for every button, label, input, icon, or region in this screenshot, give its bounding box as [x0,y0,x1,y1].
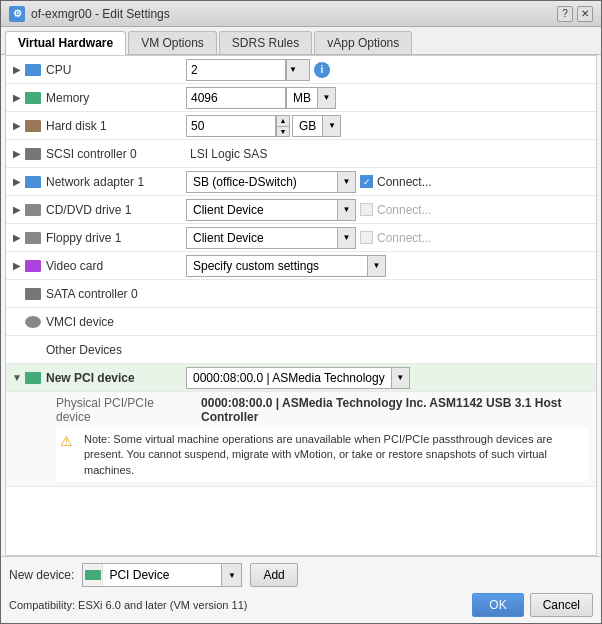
scsi-expand-icon[interactable]: ▶ [10,147,24,161]
scsi-icon [24,147,42,161]
hard-disk-unit-arrow[interactable]: ▼ [322,116,340,136]
pci-select-arrow[interactable]: ▼ [391,368,409,388]
vmci-label: VMCI device [46,315,186,329]
cpu-expand-icon[interactable]: ▶ [10,63,24,77]
tabs-bar: Virtual Hardware VM Options SDRS Rules v… [1,27,601,55]
window-title: of-exmgr00 - Edit Settings [31,7,170,21]
memory-icon [24,91,42,105]
hard-disk-expand-icon[interactable]: ▶ [10,119,24,133]
other-label: Other Devices [46,343,186,357]
other-icon [24,343,42,357]
network-connect-label: Connect... [377,175,432,189]
pci-select-controls: 0000:08:00.0 | ASMedia Technology ▼ [186,367,592,389]
cd-icon [24,203,42,217]
add-device-button[interactable]: Add [250,563,297,587]
floppy-connect-checkbox[interactable] [360,231,373,244]
hard-disk-controls: ▲ ▼ GB ▼ [186,115,592,137]
cd-connect-checkbox[interactable] [360,203,373,216]
cd-dvd-row: ▶ CD/DVD drive 1 Client Device ▼ Connect… [6,196,596,224]
video-select-arrow[interactable]: ▼ [367,256,385,276]
title-bar: ⚙ of-exmgr00 - Edit Settings ? ✕ [1,1,601,27]
network-controls: SB (office-DSwitch) ▼ ✓ Connect... [186,171,592,193]
video-icon [24,259,42,273]
hard-disk-spin-down[interactable]: ▼ [276,126,290,137]
new-device-text: PCI Device [103,568,221,582]
hardware-list: ▶ CPU ▼ i ▶ Memory [5,55,597,556]
network-connect-checkbox[interactable]: ✓ [360,175,373,188]
cd-select-text: Client Device [187,203,337,217]
video-select-text: Specify custom settings [187,259,367,273]
floppy-connect-label: Connect... [377,231,432,245]
sata-icon [24,287,42,301]
hard-disk-row: ▶ Hard disk 1 ▲ ▼ GB ▼ [6,112,596,140]
tab-virtual-hardware[interactable]: Virtual Hardware [5,31,126,55]
network-select-arrow[interactable]: ▼ [337,172,355,192]
floppy-controls: Client Device ▼ Connect... [186,227,592,249]
cpu-icon [24,63,42,77]
cd-connect-label: Connect... [377,203,432,217]
floppy-expand-icon[interactable]: ▶ [10,231,24,245]
main-window: ⚙ of-exmgr00 - Edit Settings ? ✕ Virtual… [0,0,602,624]
pci-expand-icon[interactable]: ▼ [10,371,24,385]
pci-detail-label: Physical PCI/PCIe device [56,396,181,424]
video-expand-icon[interactable]: ▶ [10,259,24,273]
new-device-select[interactable]: PCI Device ▼ [82,563,242,587]
scsi-value: LSI Logic SAS [186,147,271,161]
scsi-row: ▶ SCSI controller 0 LSI Logic SAS [6,140,596,168]
floppy-row: ▶ Floppy drive 1 Client Device ▼ Connect… [6,224,596,252]
pci-select-text: 0000:08:00.0 | ASMedia Technology [187,371,391,385]
new-device-dropdown-arrow[interactable]: ▼ [221,564,241,586]
new-device-row: New device: PCI Device ▼ Add [9,563,593,587]
memory-label: Memory [46,91,186,105]
vmci-row: ▶ VMCI device [6,308,596,336]
cpu-label: CPU [46,63,186,77]
help-button[interactable]: ? [557,6,573,22]
cpu-input[interactable] [186,59,286,81]
cancel-button[interactable]: Cancel [530,593,593,617]
cd-select-arrow[interactable]: ▼ [337,200,355,220]
floppy-select: Client Device ▼ [186,227,356,249]
memory-controls: MB ▼ [186,87,592,109]
cpu-info-icon[interactable]: i [314,62,330,78]
hard-disk-spin-up[interactable]: ▲ [276,115,290,126]
video-row: ▶ Video card Specify custom settings ▼ [6,252,596,280]
cpu-select[interactable] [286,59,310,81]
network-select-text: SB (office-DSwitch) [187,175,337,189]
new-device-type-icon [83,564,103,586]
floppy-select-text: Client Device [187,231,337,245]
footer: New device: PCI Device ▼ Add Compatibili… [1,556,601,623]
hard-disk-unit-text: GB [293,119,322,133]
sata-label: SATA controller 0 [46,287,186,301]
video-select: Specify custom settings ▼ [186,255,386,277]
network-expand-icon[interactable]: ▶ [10,175,24,189]
memory-input-group: MB ▼ [186,87,336,109]
memory-unit-select: MB ▼ [286,87,336,109]
hard-disk-input[interactable] [186,115,276,137]
memory-expand-icon[interactable]: ▶ [10,91,24,105]
action-buttons: OK Cancel [472,593,593,617]
hard-disk-input-group: ▲ ▼ GB ▼ [186,115,341,137]
tab-sdrs-rules[interactable]: SDRS Rules [219,31,312,54]
floppy-icon [24,231,42,245]
cd-expand-icon[interactable]: ▶ [10,203,24,217]
tab-vm-options[interactable]: VM Options [128,31,217,54]
video-label: Video card [46,259,186,273]
window-icon: ⚙ [9,6,25,22]
memory-input[interactable] [186,87,286,109]
new-device-label: New device: [9,568,74,582]
pci-type-icon [85,570,101,580]
tab-vapp-options[interactable]: vApp Options [314,31,412,54]
title-buttons: ? ✕ [557,6,593,22]
compat-row: Compatibility: ESXi 6.0 and later (VM ve… [9,593,593,617]
cd-select: Client Device ▼ [186,199,356,221]
memory-row: ▶ Memory MB ▼ [6,84,596,112]
cpu-select-wrapper: ▼ [186,59,310,81]
ok-button[interactable]: OK [472,593,523,617]
memory-unit-arrow[interactable]: ▼ [317,88,335,108]
pci-device-icon [24,371,42,385]
pci-detail-area: Physical PCI/PCIe device 0000:08:00.0 | … [6,392,596,487]
cpu-controls: ▼ i [186,59,592,81]
close-button[interactable]: ✕ [577,6,593,22]
warning-icon: ⚠ [60,433,78,451]
floppy-select-arrow[interactable]: ▼ [337,228,355,248]
